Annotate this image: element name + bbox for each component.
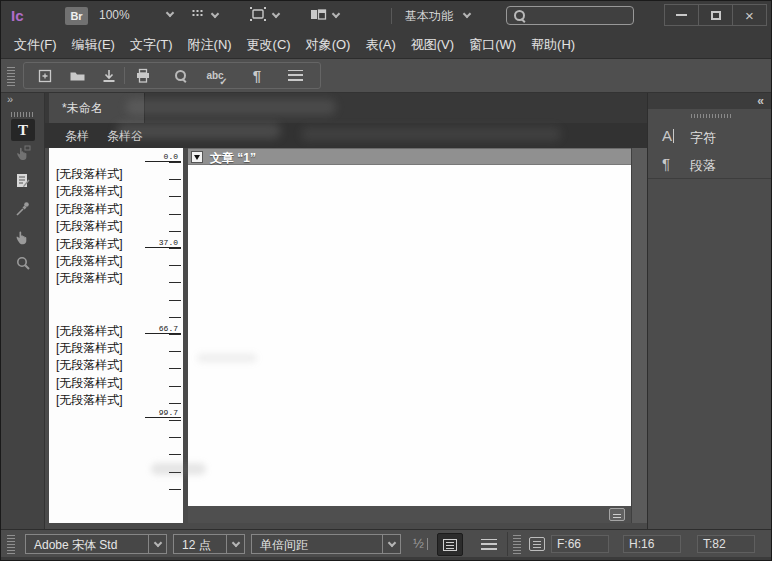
- paragraph-style-list: [无段落样式] [无段落样式] [无段落样式] [无段落样式] [无段落样式] …: [56, 166, 146, 409]
- tools-drag-handle[interactable]: [11, 112, 35, 117]
- line-position-icon[interactable]: ½: [413, 536, 428, 551]
- statusbar-drag-handle-2[interactable]: [513, 534, 521, 554]
- panel-header-strip: «: [648, 93, 772, 109]
- depth-ruler-label: 66.7: [145, 324, 181, 334]
- print-button[interactable]: [130, 64, 156, 87]
- screen-mode-dropdown[interactable]: [249, 6, 279, 22]
- open-folder-icon: [69, 68, 86, 84]
- galley-page[interactable]: 文章 “1”: [188, 148, 631, 506]
- window-controls: ×: [665, 4, 767, 26]
- zoom-level-dropdown[interactable]: 100%: [99, 8, 173, 22]
- menu-table[interactable]: 表(A): [365, 36, 395, 54]
- style-row: [无段落样式]: [56, 183, 146, 200]
- position-tool-button[interactable]: [11, 142, 35, 164]
- spell-check-button[interactable]: abc ✓: [202, 64, 228, 87]
- arrange-documents-dropdown[interactable]: [309, 6, 339, 22]
- document-tab-bar: *未命名: [45, 93, 647, 123]
- note-tool-button[interactable]: [11, 170, 35, 192]
- open-folder-button[interactable]: [64, 64, 90, 87]
- galley-view-icon: [443, 539, 457, 551]
- style-row: [无段落样式]: [56, 201, 146, 218]
- style-row: [无段落样式]: [56, 218, 146, 235]
- position-tool-icon: [14, 144, 32, 162]
- font-size-select[interactable]: 12 点: [173, 534, 245, 554]
- search-input[interactable]: [531, 8, 629, 23]
- character-panel-button[interactable]: A 字符: [648, 123, 772, 151]
- style-row: [无段落样式]: [56, 253, 146, 270]
- paragraph-panel-button[interactable]: ¶ 段落: [648, 151, 772, 179]
- expand-panel-icon[interactable]: »: [7, 93, 11, 105]
- menu-bar: 文件(F) 编辑(E) 文字(T) 附注(N) 更改(C) 对象(O) 表(A)…: [1, 31, 772, 59]
- maximize-button[interactable]: [698, 4, 733, 26]
- menu-changes[interactable]: 更改(C): [247, 36, 291, 54]
- new-document-button[interactable]: [32, 64, 58, 87]
- spell-check-icon: abc ✓: [206, 70, 223, 81]
- toolbar-drag-handle[interactable]: [7, 66, 15, 86]
- menu-help[interactable]: 帮助(H): [531, 36, 575, 54]
- document-tab[interactable]: *未命名: [49, 93, 145, 123]
- close-button[interactable]: ×: [732, 4, 767, 26]
- minimize-button[interactable]: [664, 4, 699, 26]
- incopy-logo-icon: Ic: [11, 6, 35, 26]
- show-hidden-characters-button[interactable]: ¶: [244, 64, 270, 87]
- eyedropper-tool-button[interactable]: [11, 198, 35, 220]
- menu-notes[interactable]: 附注(N): [188, 36, 232, 54]
- menu-object[interactable]: 对象(O): [306, 36, 351, 54]
- story-title: 文章 “1”: [210, 150, 256, 167]
- zoom-level-value: 100%: [99, 8, 130, 22]
- search-icon: [174, 69, 188, 83]
- hamburger-menu-icon: [288, 70, 303, 81]
- panel-menu-button[interactable]: [282, 64, 308, 87]
- menu-view[interactable]: 视图(V): [411, 36, 454, 54]
- view-tab-galley-2[interactable]: 条样谷: [107, 128, 143, 145]
- arrange-documents-icon: [309, 6, 327, 22]
- leading-select[interactable]: 单倍间距: [251, 534, 401, 554]
- menu-window[interactable]: 窗口(W): [469, 36, 516, 54]
- character-count: H:16: [623, 535, 681, 553]
- search-icon: [513, 9, 527, 23]
- font-family-select[interactable]: Adobe 宋体 Std: [25, 534, 167, 554]
- view-options-dropdown[interactable]: [189, 6, 218, 22]
- right-dock-panel: « A 字符 ¶ 段落: [647, 93, 772, 529]
- minimize-icon: [676, 14, 687, 16]
- zoom-tool-button[interactable]: [11, 252, 35, 274]
- workspace: » T: [1, 93, 772, 529]
- separator: [507, 532, 508, 556]
- galley-style-column: [无段落样式] [无段落样式] [无段落样式] [无段落样式] [无段落样式] …: [49, 148, 183, 523]
- hand-tool-icon: [14, 228, 32, 246]
- statusbar-drag-handle[interactable]: [7, 534, 15, 554]
- bridge-button[interactable]: Br: [65, 7, 88, 25]
- galley-view-button[interactable]: [437, 533, 463, 556]
- view-tab-galley[interactable]: 条样: [65, 128, 89, 145]
- separator: [391, 8, 392, 24]
- galley-text-area: 文章 “1”: [188, 148, 631, 523]
- hand-tool-button[interactable]: [11, 226, 35, 248]
- vertical-scrollbar[interactable]: [631, 148, 647, 523]
- collapse-story-triangle-icon[interactable]: [191, 151, 203, 163]
- chevron-down-icon: [272, 10, 280, 18]
- menu-file[interactable]: 文件(F): [14, 36, 57, 54]
- panel-drag-handle[interactable]: [691, 114, 731, 118]
- page-info-icon[interactable]: [609, 508, 625, 521]
- incopy-window: Ic Br 100%: [0, 0, 772, 561]
- style-row: [无段落样式]: [56, 166, 146, 183]
- character-icon: A: [662, 127, 684, 144]
- workspace-switcher[interactable]: 基本功能: [405, 8, 470, 25]
- chevron-down-icon: [332, 10, 340, 18]
- search-button[interactable]: [168, 64, 194, 87]
- chevron-down-icon: [231, 538, 239, 546]
- tools-panel: » T: [1, 93, 45, 529]
- view-tab-bar: 条样 条样谷: [45, 123, 647, 148]
- search-box[interactable]: [506, 6, 634, 25]
- statusbar-menu-icon[interactable]: [481, 539, 497, 550]
- type-tool-button[interactable]: T: [11, 119, 35, 141]
- eyedropper-icon: [14, 200, 32, 218]
- dropdown-arrow: [148, 535, 166, 553]
- menu-edit[interactable]: 编辑(E): [72, 36, 115, 54]
- chevron-down-icon: [153, 538, 161, 546]
- save-button[interactable]: [96, 64, 122, 87]
- collapse-panel-icon[interactable]: «: [757, 94, 764, 108]
- style-row: [无段落样式]: [56, 340, 146, 357]
- menu-type[interactable]: 文字(T): [130, 36, 173, 54]
- chevron-down-icon: [463, 10, 471, 18]
